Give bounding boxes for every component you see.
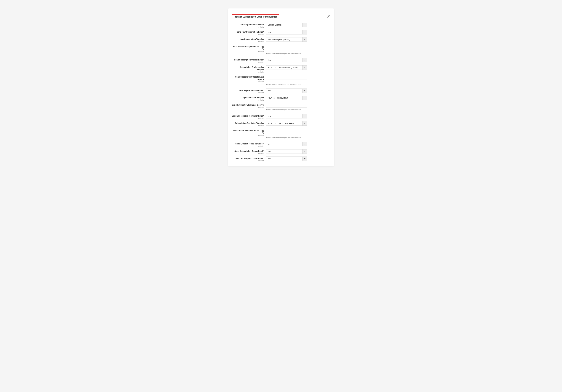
label-send-order: Send Subscription Order Email? [235, 157, 264, 159]
select-template-failed[interactable]: Payment Failed (Default) [266, 96, 307, 100]
row-template-update: Subscription Profile Update Template [we… [232, 65, 330, 73]
caret-down-icon [303, 122, 307, 125]
scope-label: [website] [232, 61, 264, 63]
section-header[interactable]: Product Subscription Email Configuration [232, 14, 330, 19]
select-send-order[interactable]: Yes [266, 157, 307, 161]
section-title: Product Subscription Email Configuration [234, 15, 277, 18]
select-template-reminder[interactable]: Subscription Reminder (Default) [266, 121, 307, 126]
label-template-update: Subscription Profile Update Template [240, 66, 264, 71]
select-sender-value: General Contact [266, 24, 303, 26]
top-divider [232, 11, 330, 12]
config-panel: Product Subscription Email Configuration… [228, 9, 334, 166]
row-copy-failed: Send Payment Failed Email Copy To [websi… [232, 103, 330, 108]
label-send-renew: Send Subscription Renew Email? [234, 150, 264, 152]
caret-down-icon [303, 89, 307, 93]
input-copy-new[interactable] [266, 45, 307, 49]
hint-copy-reminder: Please write comma separated email addre… [266, 137, 330, 139]
label-send-reminder: Send Subscription Reminder Email? [232, 115, 264, 117]
row-template-new: New Subscription Template [website] New … [232, 37, 330, 43]
label-template-reminder: Subscription Reminder Template [235, 122, 264, 124]
scope-label: [website] [232, 153, 264, 155]
caret-down-icon [303, 114, 307, 118]
select-sender[interactable]: General Contact [266, 23, 307, 27]
caret-down-icon [303, 96, 307, 100]
scope-label: [website] [232, 81, 264, 83]
row-send-new: Send New Subscription Email? [website] Y… [232, 30, 330, 35]
label-sender: Subscription Email Sender [240, 23, 264, 26]
select-template-reminder-value: Subscription Reminder (Default) [266, 122, 303, 124]
select-template-new-value: New Subscription (Default) [266, 38, 303, 41]
caret-down-icon [303, 66, 307, 69]
select-send-failed[interactable]: Yes [266, 89, 307, 93]
row-template-reminder: Subscription Reminder Template [website]… [232, 121, 330, 126]
select-send-order-value: Yes [266, 158, 303, 160]
row-send-update: Send Subscription Update Email? [website… [232, 58, 330, 63]
select-send-renew[interactable]: Yes [266, 149, 307, 154]
label-send-new: Send New Subscription Email? [237, 31, 264, 33]
caret-down-icon [303, 142, 307, 146]
section-title-highlight: Product Subscription Email Configuration [232, 14, 279, 19]
input-copy-update[interactable] [266, 75, 307, 79]
label-send-update: Send Subscription Update Email? [234, 59, 264, 61]
select-send-failed-value: Yes [266, 90, 303, 92]
select-send-new-value: Yes [266, 31, 303, 33]
row-copy-new: Send New Subscription Email Copy To [web… [232, 45, 330, 52]
select-template-update-value: Subscription Profile Update (Default) [266, 67, 303, 69]
row-copy-reminder: Subscription Reminder Email Copy To [web… [232, 129, 330, 136]
select-template-new[interactable]: New Subscription (Default) [266, 37, 307, 42]
scope-label: [website] [232, 71, 264, 73]
caret-down-icon [303, 157, 307, 161]
scope-label: [website] [232, 146, 264, 147]
hint-copy-failed: Please write comma separated email addre… [266, 109, 330, 111]
scope-label: [website] [232, 26, 264, 28]
label-send-ewallet: Send E-Wallet Topup Reminder? [235, 143, 264, 145]
select-template-update[interactable]: Subscription Profile Update (Default) [266, 65, 307, 70]
caret-down-icon [303, 23, 307, 27]
hint-copy-update: Please write comma separated email addre… [266, 83, 330, 85]
caret-down-icon [303, 149, 307, 154]
label-template-new: New Subscription Template [240, 38, 264, 40]
select-send-reminder[interactable]: Yes [266, 114, 307, 118]
select-send-renew-value: Yes [266, 150, 303, 153]
label-copy-reminder: Subscription Reminder Email Copy To [233, 129, 264, 134]
hint-copy-new: Please write comma separated email addre… [266, 53, 330, 55]
select-send-update-value: Yes [266, 59, 303, 61]
row-copy-update: Send Subscription Update Email Copy To [… [232, 75, 330, 83]
caret-down-icon [303, 37, 307, 42]
label-template-failed: Payment Failed Template [242, 97, 264, 99]
row-send-ewallet: Send E-Wallet Topup Reminder? [website] … [232, 142, 330, 147]
chevron-up-icon[interactable] [327, 15, 330, 18]
label-copy-failed: Send Payment Failed Email Copy To [232, 104, 265, 106]
scope-label: [website] [232, 92, 264, 94]
scope-label: [website] [232, 34, 264, 35]
scope-label: [website] [232, 41, 264, 43]
label-copy-update: Send Subscription Update Email Copy To [235, 76, 264, 80]
row-subscription-email-sender: Subscription Email Sender [website] Gene… [232, 23, 330, 28]
input-copy-reminder[interactable] [266, 129, 307, 133]
scope-label: [website] [232, 107, 264, 108]
input-copy-failed[interactable] [266, 103, 307, 108]
scope-label: [website] [232, 99, 264, 101]
row-send-order: Send Subscription Order Email? [website]… [232, 157, 330, 162]
label-send-failed: Send Payment Failed Email? [239, 89, 264, 91]
row-send-renew: Send Subscription Renew Email? [website]… [232, 149, 330, 155]
row-send-failed: Send Payment Failed Email? [website] Yes [232, 89, 330, 94]
select-send-new[interactable]: Yes [266, 30, 307, 34]
caret-down-icon [303, 58, 307, 62]
scope-label: [website] [232, 160, 264, 162]
scope-label: [website] [232, 51, 264, 52]
caret-down-icon [303, 30, 307, 34]
label-copy-new: Send New Subscription Email Copy To [233, 45, 264, 50]
select-template-failed-value: Payment Failed (Default) [266, 97, 303, 99]
select-send-reminder-value: Yes [266, 115, 303, 117]
select-send-update[interactable]: Yes [266, 58, 307, 62]
scope-label: [website] [232, 134, 264, 136]
select-send-ewallet[interactable]: No [266, 142, 307, 146]
row-template-failed: Payment Failed Template [website] Paymen… [232, 96, 330, 101]
scope-label: [website] [232, 125, 264, 126]
row-send-reminder: Send Subscription Reminder Email? [websi… [232, 114, 330, 119]
select-send-ewallet-value: No [266, 143, 303, 145]
scope-label: [website] [232, 118, 264, 119]
